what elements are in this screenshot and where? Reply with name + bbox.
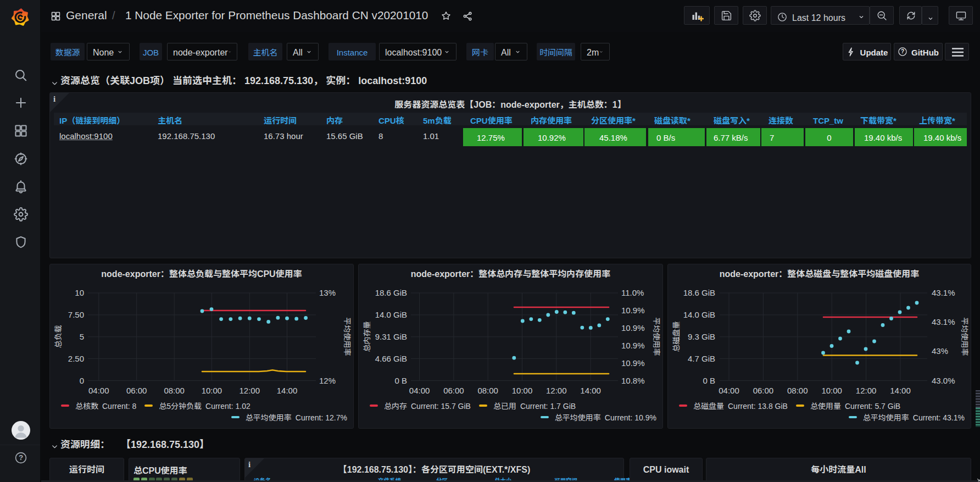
svg-text:04:00: 04:00 (409, 384, 430, 396)
svg-text:14.0 GiB: 14.0 GiB (375, 308, 407, 320)
svg-text:平均使用率: 平均使用率 (960, 318, 971, 356)
svg-text:43%: 43% (932, 345, 948, 356)
svg-text:4.66 GiB: 4.66 GiB (375, 352, 407, 364)
svg-text:10:00: 10:00 (821, 384, 842, 396)
svg-text:2.50: 2.50 (68, 352, 84, 364)
svg-text:14:00: 14:00 (277, 384, 298, 396)
svg-text:06:00: 06:00 (753, 384, 774, 396)
svg-text:10:00: 10:00 (512, 384, 533, 396)
svg-text:08:00: 08:00 (787, 384, 808, 396)
svg-text:04:00: 04:00 (719, 384, 739, 396)
svg-text:06:00: 06:00 (126, 384, 147, 396)
svg-text:4.7 GiB: 4.7 GiB (688, 352, 715, 364)
svg-text:10:00: 10:00 (202, 384, 222, 396)
svg-text:5: 5 (80, 330, 84, 342)
svg-text:12%: 12% (319, 374, 336, 386)
svg-text:14:00: 14:00 (580, 384, 601, 396)
svg-text:10.9%: 10.9% (621, 322, 645, 333)
svg-text:总磁盘量: 总磁盘量 (670, 322, 681, 352)
svg-text:10: 10 (75, 286, 84, 298)
svg-text:08:00: 08:00 (477, 384, 498, 396)
svg-text:14.0 GiB: 14.0 GiB (683, 308, 715, 320)
svg-text:11.0%: 11.0% (621, 286, 644, 298)
svg-text:总内存量: 总内存量 (361, 322, 372, 352)
svg-text:平均使用率: 平均使用率 (342, 318, 353, 356)
svg-text:04:00: 04:00 (88, 384, 109, 396)
svg-text:14:00: 14:00 (890, 384, 911, 396)
svg-text:9.31 GiB: 9.31 GiB (375, 330, 407, 342)
svg-text:12:00: 12:00 (240, 384, 260, 396)
svg-text:43.1%: 43.1% (932, 315, 955, 327)
svg-text:9.3 GiB: 9.3 GiB (688, 330, 715, 342)
svg-text:?: ? (901, 48, 904, 54)
svg-text:06:00: 06:00 (443, 384, 464, 396)
svg-text:43.0%: 43.0% (932, 374, 955, 386)
svg-text:总负载: 总负载 (52, 325, 63, 348)
svg-text:0 B: 0 B (703, 374, 715, 386)
svg-text:0: 0 (80, 374, 84, 386)
svg-text:08:00: 08:00 (164, 384, 185, 396)
svg-text:?: ? (19, 453, 23, 462)
svg-text:0 B: 0 B (394, 374, 407, 386)
svg-text:18.6 GiB: 18.6 GiB (683, 286, 715, 298)
svg-text:10.9%: 10.9% (621, 339, 645, 351)
svg-text:7.50: 7.50 (68, 308, 84, 320)
svg-text:13%: 13% (319, 286, 336, 298)
svg-text:12:00: 12:00 (546, 384, 567, 396)
svg-text:10.9%: 10.9% (621, 357, 645, 368)
svg-text:10.8%: 10.8% (621, 374, 645, 386)
svg-text:12:00: 12:00 (856, 384, 877, 396)
svg-text:43.1%: 43.1% (932, 286, 955, 298)
svg-text:10.9%: 10.9% (621, 304, 645, 315)
svg-text:18.6 GiB: 18.6 GiB (375, 286, 407, 298)
svg-text:平均使用率: 平均使用率 (652, 318, 662, 356)
